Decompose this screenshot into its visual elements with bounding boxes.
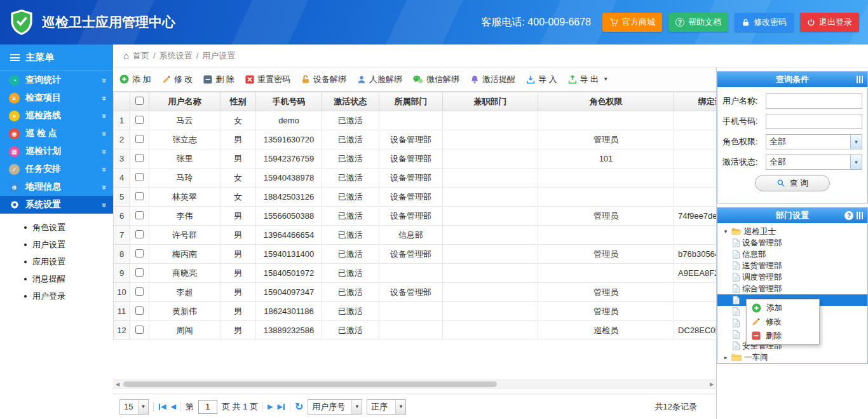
- toolbar-import-button[interactable]: 导 入: [526, 74, 557, 85]
- context-menu-edit[interactable]: 修改: [747, 315, 819, 329]
- breadcrumb-system-settings[interactable]: 系统设置: [159, 50, 193, 62]
- scroll-right-arrow-icon[interactable]: ▶: [707, 380, 716, 388]
- tree-node-dept[interactable]: 调度管理部: [717, 271, 867, 283]
- toolbar-wechat-unbind-button[interactable]: 微信解绑: [413, 74, 459, 85]
- app-logo-shield-icon: [9, 8, 34, 36]
- refresh-icon[interactable]: ↻: [295, 401, 303, 413]
- row-number-cell: 6: [114, 207, 130, 226]
- sidebar-item-5[interactable]: ▦巡检计划»: [0, 142, 113, 160]
- tree-node-dept[interactable]: 综合管理部: [717, 283, 867, 294]
- official-store-button[interactable]: 官方商城: [602, 13, 662, 32]
- column-header-4[interactable]: 激活状态: [322, 92, 379, 111]
- last-page-button[interactable]: ▶: [277, 402, 285, 411]
- sidebar-item-7[interactable]: ⊕地理信息»: [0, 178, 113, 196]
- column-header-8[interactable]: 绑定设备: [674, 92, 717, 111]
- next-page-button[interactable]: ▶: [268, 402, 273, 411]
- cell-dept: 设备管理部: [379, 283, 443, 302]
- tree-node-workshop[interactable]: ▸一车间: [717, 352, 867, 363]
- status-select[interactable]: 全部 ▼: [766, 155, 862, 170]
- tree-node-dept[interactable]: 设备管理部: [717, 237, 867, 249]
- table-row: 8梅丙南男15940131400已激活设备管理部管理员b76b30564: [114, 245, 717, 264]
- toolbar-device-unbind-button[interactable]: 设备解绑: [301, 74, 346, 85]
- first-page-button[interactable]: ◀: [158, 402, 166, 411]
- header-actions: 客服电话: 400-009-6678 官方商城 帮助文档 修改密码 退出登录: [481, 13, 868, 32]
- column-header-5[interactable]: 所属部门: [379, 92, 443, 111]
- horizontal-scrollbar-thumb[interactable]: [123, 381, 497, 387]
- context-menu-delete[interactable]: 删除: [747, 329, 819, 343]
- role-select[interactable]: 全部 ▼: [766, 134, 862, 149]
- cell-role: 101: [538, 149, 674, 168]
- collapse-icon[interactable]: [857, 212, 864, 219]
- tree-caret-icon[interactable]: ▸: [722, 354, 729, 361]
- home-icon[interactable]: ⌂: [123, 50, 129, 61]
- column-header-3[interactable]: 手机号码: [256, 92, 322, 111]
- sidebar-item-2[interactable]: ≡检查项目»: [0, 89, 113, 107]
- column-header-1[interactable]: 用户名称: [149, 92, 220, 111]
- change-password-button[interactable]: 修改密码: [735, 13, 794, 32]
- record-count: 共12条记录: [655, 401, 710, 413]
- help-icon[interactable]: ?: [844, 211, 853, 220]
- row-checkbox[interactable]: [135, 154, 144, 162]
- row-checkbox[interactable]: [135, 326, 144, 334]
- sidebar-subitem-2[interactable]: 用户设置: [0, 236, 113, 253]
- help-docs-button[interactable]: 帮助文档: [668, 13, 728, 32]
- sidebar-item-8[interactable]: 系统设置»: [0, 196, 113, 214]
- toolbar-activation-reminder-button[interactable]: 激活提醒: [470, 74, 515, 85]
- phone-input[interactable]: [766, 114, 862, 129]
- cell-parttime: [443, 264, 538, 283]
- row-checkbox[interactable]: [135, 135, 144, 143]
- separator: [262, 402, 263, 412]
- horizontal-scrollbar[interactable]: ◀ ▶: [113, 380, 716, 388]
- search-button[interactable]: 查 询: [755, 175, 830, 191]
- toolbar-export-button[interactable]: 导 出▼: [568, 74, 609, 85]
- page-size-select[interactable]: 15 ▼: [119, 399, 149, 415]
- row-checkbox[interactable]: [135, 249, 144, 258]
- toolbar-reset-password-button[interactable]: 重置密码: [245, 74, 290, 85]
- row-checkbox[interactable]: [135, 306, 144, 315]
- tree-caret-icon[interactable]: ▾: [722, 228, 729, 235]
- username-input[interactable]: [766, 93, 862, 109]
- row-checkbox[interactable]: [135, 211, 144, 219]
- tree-node-root[interactable]: ▾巡检卫士: [717, 226, 867, 237]
- logout-button[interactable]: 退出登录: [800, 13, 859, 32]
- service-phone: 客服电话: 400-009-6678: [481, 16, 591, 29]
- sidebar-subitem-5[interactable]: 用户登录: [0, 287, 113, 305]
- tree-node-dept[interactable]: 送货管理部: [717, 260, 867, 271]
- column-header-2[interactable]: 性别: [220, 92, 256, 111]
- sidebar-item-1[interactable]: ◔查询统计»: [0, 71, 113, 89]
- row-checkbox[interactable]: [135, 268, 144, 277]
- sidebar-subitem-4[interactable]: 消息提醒: [0, 270, 113, 287]
- page-icon: [733, 261, 740, 270]
- table-row: 2张立志男13591630720已激活设备管理部管理员: [114, 130, 717, 149]
- context-menu-add[interactable]: 添加: [747, 301, 819, 315]
- sidebar-item-3[interactable]: »巡检路线»: [0, 107, 113, 125]
- sidebar-subitem-3[interactable]: 应用设置: [0, 253, 113, 270]
- scroll-left-arrow-icon[interactable]: ◀: [113, 380, 122, 388]
- sidebar-item-6[interactable]: ✓任务安排»: [0, 160, 113, 178]
- sort-order-select[interactable]: 正序 ▼: [367, 399, 406, 415]
- toolbar-edit-button[interactable]: 修 改: [162, 74, 193, 85]
- column-header-6[interactable]: 兼职部门: [443, 92, 538, 111]
- page-number-input[interactable]: [198, 400, 217, 414]
- toolbar-add-button[interactable]: 添 加: [119, 74, 151, 85]
- row-checkbox[interactable]: [135, 116, 144, 124]
- sidebar-subitem-1[interactable]: 角色设置: [0, 219, 113, 236]
- row-checkbox[interactable]: [135, 230, 144, 238]
- collapse-icon[interactable]: [857, 76, 864, 83]
- prev-page-button[interactable]: ◀: [170, 402, 175, 411]
- sort-field-select[interactable]: 用户序号 ▼: [308, 399, 362, 415]
- toolbar-delete-button[interactable]: 删 除: [203, 74, 234, 85]
- chevron-double-down-icon: »: [100, 202, 109, 207]
- row-checkbox[interactable]: [135, 173, 144, 181]
- row-checkbox[interactable]: [135, 287, 144, 296]
- tree-node-label: 信息部: [742, 249, 766, 260]
- breadcrumb-home[interactable]: 首页: [133, 50, 149, 62]
- toolbar-face-unbind-button[interactable]: 人脸解绑: [357, 74, 402, 85]
- cell-device: [674, 168, 717, 188]
- column-header-7[interactable]: 角色权限: [538, 92, 674, 111]
- sidebar-item-4[interactable]: ◉巡 检 点»: [0, 125, 113, 142]
- tree-node-dept[interactable]: 信息部: [717, 249, 867, 260]
- row-checkbox[interactable]: [135, 192, 144, 200]
- bullet-icon: [24, 278, 27, 280]
- select-all-checkbox[interactable]: [135, 97, 144, 105]
